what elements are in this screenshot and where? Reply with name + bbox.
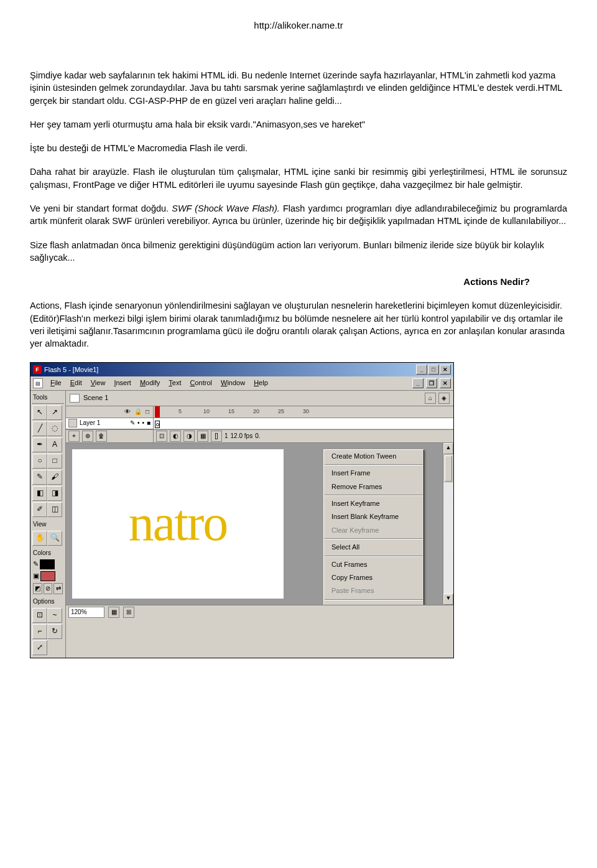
close-button[interactable]: ✕ [440,365,451,375]
pencil-tool[interactable]: ✎ [32,470,47,485]
doc-minimize-button[interactable]: _ [412,378,423,388]
paragraph-3: İşte bu desteği de HTML'e Macromedia Fla… [30,142,567,154]
eye-icon[interactable]: 👁 [124,408,131,416]
ctx-insert-keyframe[interactable]: Insert Keyframe [324,497,423,510]
menu-file[interactable]: File [49,378,63,388]
menu-edit[interactable]: Edit [69,378,83,388]
option-smooth[interactable]: ~ [47,608,62,623]
scroll-up-button[interactable]: ▲ [443,443,453,454]
current-frame: 1 [224,432,228,441]
pen-tool[interactable]: ✒ [32,437,47,452]
menu-modify[interactable]: Modify [139,378,161,388]
menu-text[interactable]: Text [167,378,182,388]
zoom-level[interactable]: 120% [68,607,104,618]
ctx-reverse-frames: Reverse Frames [324,602,423,605]
ctx-insert-blank-keyframe[interactable]: Insert Blank Keyframe [324,510,423,523]
menu-view[interactable]: View [90,378,107,388]
playhead[interactable] [155,406,160,418]
colors-label: Colors [32,547,64,558]
option-scale[interactable]: ⤢ [32,640,47,655]
time-display: 0. [255,432,260,441]
menu-control[interactable]: Control [189,378,213,388]
paragraph-7: Actions, Flash içinde senaryonun yönlend… [30,299,567,350]
stroke-color-swatch[interactable] [40,559,55,569]
doc-close-button[interactable]: ✕ [440,378,451,388]
add-guide-button[interactable]: ⊕ [82,431,93,442]
lasso-tool[interactable]: ◌ [47,421,62,436]
minimize-button[interactable]: _ [416,365,427,375]
line-tool[interactable]: ╱ [32,421,47,436]
scene-icon[interactable] [70,394,80,403]
ctx-remove-frames[interactable]: Remove Frames [324,480,423,493]
modify-onion-button[interactable]: [] [211,431,222,442]
ctx-select-all[interactable]: Select All [324,541,423,554]
subselect-tool[interactable]: ↗ [47,405,62,420]
status-bar: 120% ▦ ⊞ [66,605,453,619]
paintbucket-tool[interactable]: ◨ [47,486,62,501]
doc-restore-button[interactable]: ❐ [426,378,437,388]
show-frame-button[interactable]: ▦ [108,607,119,618]
option-snap[interactable]: ⊡ [32,608,47,623]
ctx-cut-frames[interactable]: Cut Frames [324,558,423,571]
stage[interactable]: natro [72,449,284,599]
hand-tool[interactable]: ✋ [32,531,47,546]
onion-skin-button[interactable]: ◐ [170,431,181,442]
eyedropper-tool[interactable]: ✐ [32,502,47,517]
brush-tool[interactable]: 🖌 [47,470,62,485]
menu-help[interactable]: Help [252,378,269,388]
layer-row[interactable]: Layer 1 ✎ • • ■ [66,418,153,430]
menu-insert[interactable]: Insert [113,378,132,388]
menu-window[interactable]: Window [220,378,246,388]
option-straighten[interactable]: ⌐ [32,624,47,639]
outline-icon[interactable]: □ [146,408,149,416]
view-label: View [32,518,64,530]
options-label: Options [32,595,64,607]
layer-name: Layer 1 [80,419,127,427]
layer-icon [68,419,77,427]
stroke-icon: ✎ [33,559,39,569]
ctx-insert-frame[interactable]: Insert Frame [324,467,423,480]
oval-tool[interactable]: ○ [32,454,47,469]
frame-ruler[interactable]: 5 10 15 20 25 30 [154,406,453,418]
scroll-thumb[interactable] [445,455,452,482]
paragraph-6: Size flash anlatmadan önca bilmeniz gere… [30,239,567,264]
zoom-tool[interactable]: 🔍 [47,531,62,546]
inkbottle-tool[interactable]: ◧ [32,486,47,501]
option-rotate[interactable]: ↻ [47,624,62,639]
delete-layer-button[interactable]: 🗑 [96,431,107,442]
maximize-button[interactable]: □ [428,365,439,375]
show-all-button[interactable]: ⊞ [123,607,134,618]
edit-symbol-button[interactable]: ◈ [438,393,450,404]
scroll-down-button[interactable]: ▼ [443,594,453,605]
context-menu: Create Motion Tween Insert Frame Remove … [323,449,424,605]
edit-multiple-button[interactable]: ▦ [197,431,208,442]
rectangle-tool[interactable]: □ [47,454,62,469]
center-frame-button[interactable]: ⊡ [156,431,167,442]
paragraph-2: Her şey tamam yerli oturmuştu ama hala b… [30,118,567,131]
ctx-create-motion-tween[interactable]: Create Motion Tween [324,450,423,463]
keyframe-1[interactable] [155,421,160,428]
canvas-area[interactable]: natro Create Motion Tween Insert Frame R… [66,443,443,605]
document-icon[interactable]: ▤ [33,378,43,388]
paragraph-5: Ve yeni bir standart format doğdu. SWF (… [30,202,567,228]
frame-track[interactable] [154,418,453,430]
fill-color-swatch[interactable] [40,571,55,581]
fill-icon: ▣ [33,571,39,581]
lock-icon[interactable]: 🔒 [134,408,142,416]
no-color-button[interactable]: ⊘ [44,583,53,594]
scene-bar: Scene 1 ⌂ ◈ [66,391,453,406]
vertical-scrollbar[interactable]: ▲ ▼ [443,443,453,605]
eraser-tool[interactable]: ◫ [47,502,62,517]
add-layer-button[interactable]: + [68,431,80,442]
onion-outline-button[interactable]: ◑ [183,431,195,442]
ctx-copy-frames[interactable]: Copy Frames [324,571,423,584]
paragraph-1: Şimdiye kadar web sayfalarının tek hakim… [30,69,567,107]
edit-scene-button[interactable]: ⌂ [425,393,436,404]
flash-window: F Flash 5 - [Movie1] _ □ ✕ ▤ File Edit V… [30,362,454,658]
swf-term: SWF (Shock Wave Flash). [172,203,280,213]
text-tool[interactable]: A [47,437,62,452]
swap-colors-button[interactable]: ⇄ [53,583,63,594]
scene-name: Scene 1 [83,393,108,403]
arrow-tool[interactable]: ↖ [32,405,47,420]
default-colors-button[interactable]: ◩ [33,583,42,594]
